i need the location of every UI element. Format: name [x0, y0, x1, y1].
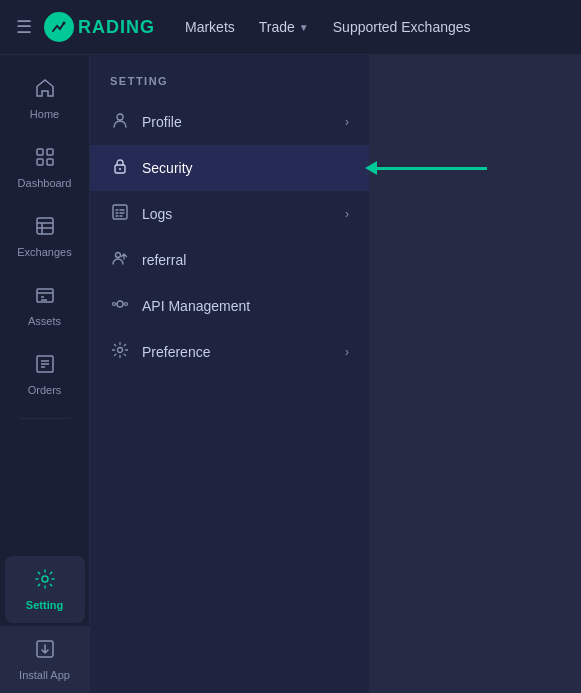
svg-point-26: [125, 303, 128, 306]
svg-point-0: [63, 22, 66, 25]
home-icon: [34, 77, 56, 104]
sidebar-item-dashboard[interactable]: Dashboard: [5, 134, 85, 201]
sidebar-bottom: Setting Install App: [0, 556, 89, 693]
sidebar-assets-label: Assets: [28, 315, 61, 327]
logs-label: Logs: [142, 206, 333, 222]
preference-label: Preference: [142, 344, 333, 360]
sidebar-exchanges-label: Exchanges: [17, 246, 71, 258]
sidebar-item-setting[interactable]: Setting: [5, 556, 85, 623]
preference-chevron-icon: ›: [345, 345, 349, 359]
nav-trade[interactable]: Trade ▼: [259, 19, 309, 35]
sidebar-item-install-app[interactable]: Install App: [0, 625, 90, 693]
sidebar-item-exchanges[interactable]: Exchanges: [5, 203, 85, 270]
settings-menu-item-api[interactable]: API Management: [90, 283, 369, 329]
green-arrow: [365, 161, 487, 175]
profile-chevron-icon: ›: [345, 115, 349, 129]
svg-point-24: [117, 301, 123, 307]
settings-heading: SETTING: [90, 75, 369, 87]
sidebar-item-orders[interactable]: Orders: [5, 341, 85, 408]
svg-point-21: [119, 168, 121, 170]
svg-rect-22: [113, 205, 127, 219]
svg-rect-1: [37, 149, 43, 155]
sidebar-item-assets[interactable]: Assets: [5, 272, 85, 339]
svg-rect-2: [47, 149, 53, 155]
top-navigation: ☰ RADING Markets Trade ▼ Supported Excha…: [0, 0, 581, 55]
main-layout: Home Dashboard E: [0, 55, 581, 693]
settings-menu-item-security[interactable]: Security: [90, 145, 369, 191]
svg-rect-4: [47, 159, 53, 165]
sidebar-install-label: Install App: [19, 669, 70, 681]
nav-links: Markets Trade ▼ Supported Exchanges: [185, 19, 565, 35]
logo-icon: [44, 12, 74, 42]
dashboard-icon: [34, 146, 56, 173]
left-sidebar: Home Dashboard E: [0, 55, 90, 693]
preference-icon: [110, 341, 130, 363]
svg-point-17: [42, 576, 48, 582]
content-area: [370, 55, 581, 693]
svg-point-23: [116, 253, 121, 258]
logs-chevron-icon: ›: [345, 207, 349, 221]
settings-menu-item-profile[interactable]: Profile ›: [90, 99, 369, 145]
settings-menu-item-preference[interactable]: Preference ›: [90, 329, 369, 375]
referral-icon: [110, 249, 130, 271]
nav-markets[interactable]: Markets: [185, 19, 235, 35]
exchanges-icon: [34, 215, 56, 242]
svg-point-29: [118, 348, 123, 353]
assets-icon: [34, 284, 56, 311]
hamburger-menu[interactable]: ☰: [16, 16, 32, 38]
settings-menu-item-logs[interactable]: Logs ›: [90, 191, 369, 237]
svg-rect-5: [37, 218, 53, 234]
setting-icon: [34, 568, 56, 595]
referral-label: referral: [142, 252, 349, 268]
svg-rect-3: [37, 159, 43, 165]
sidebar-home-label: Home: [30, 108, 59, 120]
sidebar-item-home[interactable]: Home: [5, 65, 85, 132]
trade-chevron-icon: ▼: [299, 22, 309, 33]
sidebar-orders-label: Orders: [28, 384, 62, 396]
lock-icon: [110, 157, 130, 179]
sidebar-setting-label: Setting: [26, 599, 63, 611]
svg-point-25: [113, 303, 116, 306]
orders-icon: [34, 353, 56, 380]
install-app-icon: [34, 638, 56, 665]
api-label: API Management: [142, 298, 349, 314]
settings-panel: SETTING Profile › Security: [90, 55, 370, 693]
sidebar-dashboard-label: Dashboard: [18, 177, 72, 189]
logo[interactable]: RADING: [44, 12, 155, 42]
api-icon: [110, 295, 130, 317]
security-label: Security: [142, 160, 349, 176]
logo-text: RADING: [78, 17, 155, 38]
person-icon: [110, 111, 130, 133]
nav-supported-exchanges[interactable]: Supported Exchanges: [333, 19, 471, 35]
sidebar-divider: [20, 418, 70, 419]
logs-icon: [110, 203, 130, 225]
profile-label: Profile: [142, 114, 333, 130]
settings-menu-item-referral[interactable]: referral: [90, 237, 369, 283]
svg-point-19: [117, 114, 123, 120]
